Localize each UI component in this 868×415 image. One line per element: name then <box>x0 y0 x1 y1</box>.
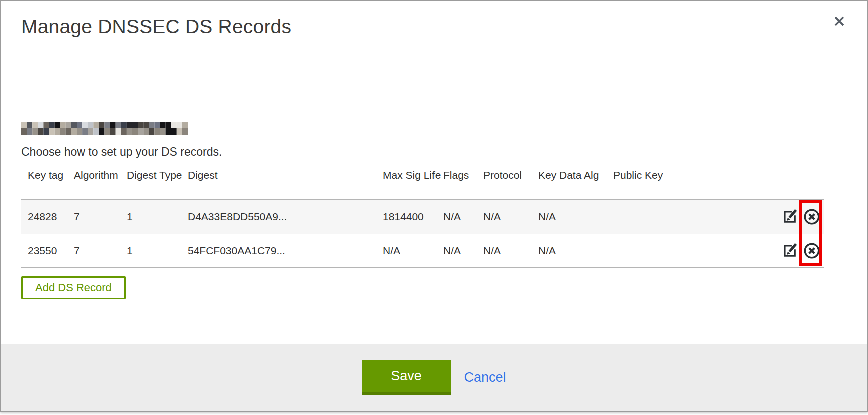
table-row: 235507154FCF030AA1C79...N/AN/AN/AN/A <box>21 234 824 268</box>
instruction-text: Choose how to set up your DS records. <box>21 146 845 159</box>
cell: N/A <box>477 234 532 268</box>
column-header: Max Sig Life <box>376 166 437 200</box>
close-icon[interactable] <box>831 13 848 30</box>
cell: 1 <box>120 234 181 268</box>
table-row: 2482871D4A33E8DD550A9...1814400N/AN/AN/A <box>21 200 824 234</box>
column-header: Algorithm <box>67 166 120 200</box>
cell: N/A <box>437 234 477 268</box>
cell: N/A <box>376 234 437 268</box>
cancel-link[interactable]: Cancel <box>464 370 506 386</box>
cell: D4A33E8DD550A9... <box>181 200 376 234</box>
column-header: Protocol <box>477 166 532 200</box>
row-actions <box>774 234 824 268</box>
modal-footer: Save Cancel <box>1 344 867 411</box>
column-header: Digest <box>181 166 376 200</box>
edit-record-icon[interactable] <box>781 208 799 226</box>
cell: 23550 <box>21 234 67 268</box>
cell: N/A <box>477 200 532 234</box>
cell: N/A <box>437 200 477 234</box>
add-ds-record-button[interactable]: Add DS Record <box>21 276 126 300</box>
save-button[interactable]: Save <box>362 360 451 395</box>
column-header: Public Key <box>607 166 774 200</box>
cell: 7 <box>67 234 120 268</box>
ds-records-table: Key tagAlgorithmDigest TypeDigestMax Sig… <box>21 166 824 268</box>
ds-records-table-wrap: Key tagAlgorithmDigest TypeDigestMax Sig… <box>21 166 824 268</box>
cell <box>607 200 774 234</box>
cell: N/A <box>532 234 607 268</box>
column-header: Key Data Alg <box>532 166 607 200</box>
cell: 54FCF030AA1C79... <box>181 234 376 268</box>
column-header: Flags <box>437 166 477 200</box>
row-actions <box>774 200 824 234</box>
cell: 1814400 <box>376 200 437 234</box>
delete-record-icon[interactable] <box>803 242 821 260</box>
table-header-row: Key tagAlgorithmDigest TypeDigestMax Sig… <box>21 166 824 200</box>
manage-dnssec-modal: Manage DNSSEC DS Records Choose how to s… <box>0 0 868 412</box>
redacted-domain-name <box>21 122 188 135</box>
cell: N/A <box>532 200 607 234</box>
column-header: Digest Type <box>120 166 181 200</box>
edit-record-icon[interactable] <box>781 242 799 260</box>
column-header-actions <box>774 166 824 200</box>
column-header: Key tag <box>21 166 67 200</box>
cell: 24828 <box>21 200 67 234</box>
cell: 1 <box>120 200 181 234</box>
cell <box>607 234 774 268</box>
delete-record-icon[interactable] <box>803 208 821 226</box>
page-title: Manage DNSSEC DS Records <box>21 16 845 38</box>
cell: 7 <box>67 200 120 234</box>
